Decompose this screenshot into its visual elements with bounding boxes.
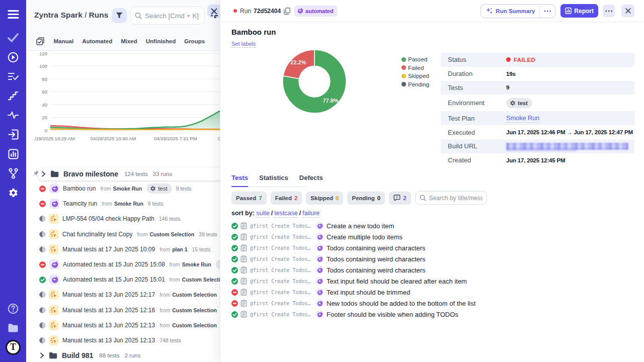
trend-x-label: 04/29/2025 10:40 AM (91, 136, 136, 141)
tab-mixed[interactable]: Mixed (121, 38, 137, 44)
test-title: Footer should be visible when adding TOD… (327, 311, 458, 318)
report-button[interactable]: Report (560, 4, 598, 18)
tab-unfinished[interactable]: Unfinished (146, 38, 176, 44)
legend-item[interactable]: Pending (401, 81, 429, 87)
environment-chip-label: test (158, 186, 168, 192)
rail-item-analytics[interactable] (0, 106, 26, 125)
legend-item[interactable]: Passed (401, 56, 429, 62)
run-summary-more-button[interactable]: ⋯ (539, 5, 555, 18)
tab-automated[interactable]: Automated (82, 38, 112, 44)
detail-row: StatusFAILED (441, 53, 634, 67)
run-summary-group: Run Summary ⋯ (480, 4, 555, 18)
tests-search (415, 191, 487, 205)
clipped-toolbar-icon[interactable] (210, 15, 218, 19)
breadcrumb-section: Runs (89, 11, 108, 19)
test-row[interactable]: @first Create Todos…New todos should be … (231, 298, 639, 309)
run-name: Manual tests at 13 Jun 2025 12:17 (62, 291, 155, 298)
test-row[interactable]: @first Create Todos…Create a new todo it… (231, 220, 639, 231)
test-row[interactable]: @first Create Todos…Todos containing wei… (231, 264, 639, 276)
rail-item-branches[interactable] (0, 164, 26, 184)
test-row[interactable]: @first Create Todos…Todos containing wei… (231, 242, 639, 253)
sort-option-suite[interactable]: suite (256, 210, 269, 218)
run-summary-button[interactable]: Run Summary (481, 5, 539, 18)
test-row[interactable]: @first Create Todos…Text input should be… (231, 287, 639, 298)
group-row[interactable]: Bravo milestone124 tests33 runs (38, 167, 220, 180)
run-row[interactable]: Manual tests at 13 Jun 2025 12:17fromCus… (26, 287, 220, 302)
test-plan-link[interactable]: Smoke Run (506, 114, 539, 123)
test-row[interactable]: @first Create Todos…Todos containing wei… (231, 253, 639, 264)
run-row[interactable]: Chat functinality test CopyfromCustom Se… (26, 227, 220, 242)
status-failed-icon (231, 289, 238, 296)
run-row[interactable]: Manual tests at 13 Jun 2025 12:13fromCus… (26, 318, 220, 333)
test-title: Create a new todo item (327, 222, 394, 230)
manual-run-icon (49, 214, 59, 224)
legend-label: Passed (408, 56, 427, 62)
run-name: Bamboo run (63, 185, 96, 192)
svg-text:0: 0 (45, 128, 47, 133)
filter-chips-row: Passed7Failed2Skipped0Pending02 (231, 191, 487, 205)
breadcrumb-project[interactable]: Zyntra Spark (34, 11, 83, 19)
automated-test-icon (315, 233, 324, 241)
detail-tab-statistics[interactable]: Statistics (259, 174, 288, 187)
group-row[interactable]: Build 98188 tests2 runs (26, 348, 220, 362)
legend-item[interactable]: Failed (401, 65, 429, 71)
rail-item-projects[interactable] (0, 318, 26, 338)
test-row[interactable]: @first Create Todos…Footer should be vis… (231, 309, 639, 320)
environment-chip: test (216, 259, 220, 269)
rail-item-todos[interactable] (0, 28, 26, 48)
status-partial-icon (39, 231, 45, 237)
run-row[interactable]: Automated tests at 15 Jun 2025 15:08from… (26, 257, 220, 272)
detail-tab-defects[interactable]: Defects (299, 174, 323, 187)
sort-option-failure[interactable]: failure (302, 210, 319, 218)
rail-item-steps[interactable] (0, 86, 26, 106)
copy-run-id-button[interactable] (284, 8, 290, 15)
run-row[interactable]: Manual tests at 13 Jun 2025 12:16fromCus… (26, 303, 220, 318)
test-suite: @first Create Todos… (250, 279, 311, 284)
chip-failed[interactable]: Failed2 (271, 192, 302, 205)
runs-search-input[interactable] (145, 12, 200, 20)
rail-item-runs[interactable] (0, 48, 26, 67)
run-row[interactable]: Bamboo runfromSmoke Runtest9 tests (26, 181, 220, 196)
rail-item-import[interactable] (0, 125, 26, 145)
detail-label: Duration (441, 70, 506, 77)
tests-search-input[interactable] (429, 195, 482, 202)
chip-skipped[interactable]: Skipped0 (306, 192, 343, 205)
run-row[interactable]: Manual tests at 13 Jun 2025 12:13748 tes… (26, 333, 220, 348)
set-labels-link[interactable]: Set labels (231, 41, 256, 48)
overlay-close-button[interactable] (621, 5, 634, 17)
run-source: Custom Selection (172, 292, 217, 298)
app-logo[interactable]: T (0, 338, 26, 357)
tab-manual[interactable]: Manual (54, 38, 74, 44)
sort-option-testcase[interactable]: testcase (274, 210, 298, 218)
test-row[interactable]: @first Create Todos…Create multiple todo… (231, 231, 639, 242)
chevron-right-icon[interactable] (41, 171, 46, 177)
run-row[interactable]: Teamcity runfromSmoke Run9 tests (26, 196, 220, 211)
test-row[interactable]: @first Create Todos…Text input field sho… (231, 276, 639, 287)
chip-comments[interactable]: 2 (389, 192, 411, 205)
select-all-button[interactable] (36, 37, 44, 45)
legend-item[interactable]: Skipped (401, 73, 429, 79)
chip-pending[interactable]: Pending0 (347, 192, 385, 205)
rail-item-suites[interactable] (0, 67, 26, 86)
status-failed-icon (39, 261, 46, 268)
filter-button[interactable] (112, 8, 127, 23)
clipboard-icon (240, 300, 247, 307)
automated-test-icon (315, 310, 324, 318)
run-row[interactable]: Automated tests at 15 Jun 2025 15:01from… (26, 272, 220, 287)
rail-item-reports[interactable] (0, 144, 26, 164)
detail-tab-tests[interactable]: Tests (231, 174, 248, 187)
detail-label: Build URL (441, 142, 506, 150)
more-actions-button[interactable]: ⋯ (603, 5, 615, 17)
run-row[interactable]: Manual tests at 17 Jun 2025 10:09frompla… (26, 242, 220, 257)
tab-groups[interactable]: Groups (184, 38, 205, 44)
chip-passed[interactable]: Passed7 (231, 192, 267, 205)
chevron-right-icon[interactable] (40, 352, 44, 358)
rail-item-help[interactable] (0, 299, 26, 319)
run-row[interactable]: LMP-554 05/04 check Happy Path146 tests (26, 211, 220, 226)
test-suite: @first Create Todos… (250, 256, 311, 262)
test-suite: @first Create Todos… (250, 267, 311, 273)
automated-tag[interactable]: automated (294, 6, 337, 17)
manual-run-icon (49, 244, 59, 254)
rail-item-settings[interactable] (0, 183, 26, 203)
menu-button[interactable] (0, 0, 26, 28)
